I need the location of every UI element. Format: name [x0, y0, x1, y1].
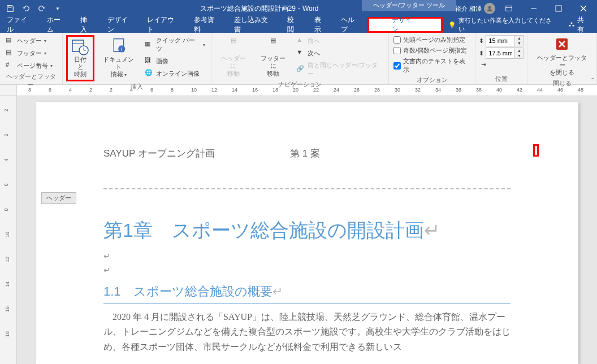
online-image-button[interactable]: 🌐オンライン画像: [142, 68, 207, 79]
ruler-tick: 10: [191, 87, 197, 93]
ruler-tick: 2: [3, 109, 9, 111]
close-hf-button[interactable]: ヘッダーとフッター を閉じる: [531, 35, 593, 78]
ribbon-group-header-footer: ▤ヘッダー ▤フッター #ページ番号 ヘッダーとフッター: [0, 33, 63, 84]
spin-down-icon[interactable]: ▼: [515, 53, 523, 58]
goto-header-label: ヘッダーに 移動: [218, 55, 249, 77]
footer-button[interactable]: ▤フッター: [3, 47, 55, 59]
ruler-tick: 12: [211, 87, 217, 93]
tab-references[interactable]: 参考資料: [187, 17, 227, 33]
ruler-tick: 20: [293, 87, 298, 93]
first-page-diff-checkbox[interactable]: 先頭ページのみ別指定: [392, 35, 471, 45]
tab-align-icon: ⇥: [481, 61, 490, 70]
footer-bottom-input[interactable]: ▲▼: [486, 47, 524, 59]
tab-review[interactable]: 校閲: [280, 17, 307, 33]
qat-customize-icon[interactable]: ▼: [52, 3, 63, 14]
svg-point-8: [570, 22, 572, 24]
ruler-tick: 6: [49, 87, 51, 93]
ruler-tick: 8: [28, 87, 31, 93]
header-button[interactable]: ▤ヘッダー: [3, 35, 55, 46]
image-button[interactable]: 🖼画像: [142, 55, 207, 67]
page: SAYUP オープニング計画 第 1 案 ヘッダー 第1章 スポーツ総合施設の開…: [36, 102, 578, 364]
image-label: 画像: [156, 57, 168, 66]
redo-icon[interactable]: [36, 3, 47, 14]
ruler-tick: 46: [557, 87, 563, 93]
prev-label: 前へ: [308, 37, 320, 45]
tab-design[interactable]: デザイン: [101, 17, 141, 33]
quickparts-button[interactable]: ▦クイック パーツ: [142, 35, 207, 54]
ribbon-group-options: 先頭ページのみ別指定 奇数/偶数ページ別指定 文書内のテキストを表示 オプション: [389, 33, 475, 84]
ruler-tick: 38: [476, 87, 482, 93]
tab-view[interactable]: 表示: [308, 17, 334, 33]
pagenum-button[interactable]: #ページ番号: [3, 60, 55, 71]
insert-align-tab-button[interactable]: ⇥: [479, 60, 524, 71]
document-canvas[interactable]: SAYUP オープニング計画 第 1 案 ヘッダー 第1章 スポーツ総合施設の開…: [17, 96, 597, 364]
ribbon-display-icon[interactable]: [498, 0, 520, 17]
tab-mailings[interactable]: 差し込み文書: [227, 17, 280, 33]
next-button[interactable]: ▼次へ: [294, 47, 385, 59]
maximize-icon[interactable]: [547, 0, 570, 17]
ruler-tick: 36: [456, 87, 461, 93]
header-top-icon: ⬍: [479, 37, 484, 45]
datetime-button[interactable]: 日付と 時刻: [66, 35, 95, 81]
collapse-ribbon-icon[interactable]: ⌃: [590, 77, 595, 83]
undo-icon[interactable]: [20, 3, 32, 14]
goto-header-button: ▤ ヘッダーに 移動: [215, 35, 252, 79]
ruler-tick: 8: [3, 208, 9, 211]
svg-rect-5: [556, 6, 561, 11]
share-button[interactable]: 共有: [561, 15, 597, 34]
svg-point-9: [569, 24, 570, 26]
docinfo-button[interactable]: i ドキュメント 情報: [97, 35, 140, 81]
header-top-input[interactable]: ▲▼: [486, 35, 524, 46]
odd-even-checkbox[interactable]: 奇数/偶数ページ別指定: [392, 46, 471, 55]
minimize-icon[interactable]: [522, 0, 545, 17]
quickparts-label: クイック パーツ: [156, 36, 201, 53]
pagenum-icon: #: [6, 61, 15, 70]
goto-footer-button[interactable]: ▤ フッターに 移動: [254, 35, 292, 79]
ruler-tick: 8: [171, 87, 174, 93]
online-image-label: オンライン画像: [156, 70, 200, 78]
ruler-tick: 34: [435, 87, 441, 93]
ruler-tick: 40: [496, 87, 502, 93]
tab-file[interactable]: ファイル: [0, 17, 40, 33]
ruler-tick: 2: [110, 87, 113, 93]
spin-down-icon[interactable]: ▼: [515, 41, 523, 46]
close-icon[interactable]: [572, 0, 595, 17]
ruler-tick: 12: [5, 257, 10, 262]
ruler-vertical[interactable]: 224681012141618: [0, 96, 17, 364]
contextual-tools-label: ヘッダー/フッター ツール: [362, 0, 456, 11]
quickparts-icon: ▦: [145, 40, 154, 49]
tab-home[interactable]: ホーム: [40, 17, 73, 33]
ruler-tick: 42: [517, 87, 522, 93]
ruler-tick: 30: [395, 87, 400, 93]
footer-label: フッター: [17, 49, 42, 58]
ribbon-group-navigation: ▤ ヘッダーに 移動 ▤ フッターに 移動 ▲前へ ▼次へ 🔗前と同じヘッダー/…: [211, 33, 389, 84]
ruler-horizontal[interactable]: 8642246810121416182022242628303234363840…: [0, 85, 597, 96]
tab-help[interactable]: ヘルプ: [334, 17, 367, 33]
header-boundary: [103, 188, 511, 189]
spin-up-icon[interactable]: ▲: [515, 36, 523, 41]
ruler-tick: 14: [232, 87, 237, 93]
tab-insert[interactable]: 挿入: [73, 17, 100, 33]
save-icon[interactable]: [5, 3, 16, 14]
first-page-diff-label: 先頭ページのみ別指定: [403, 36, 465, 44]
ruler-tick: 32: [415, 87, 421, 93]
ruler-tick: 44: [537, 87, 543, 93]
ruler-tick: 6: [150, 87, 153, 93]
tab-layout[interactable]: レイアウト: [140, 17, 187, 33]
show-text-checkbox[interactable]: 文書内のテキストを表示: [392, 57, 471, 75]
document-area: 224681012141618 SAYUP オープニング計画 第 1 案 ヘッダ…: [0, 96, 597, 364]
ruler-tick: 14: [5, 281, 10, 287]
tab-hf-design[interactable]: デザイン: [367, 17, 443, 33]
svg-rect-2: [506, 6, 512, 11]
user-avatar-icon[interactable]: [484, 3, 495, 14]
spin-up-icon[interactable]: ▲: [515, 48, 523, 53]
menubar: ファイル ホーム 挿入 デザイン レイアウト 参考資料 差し込み文書 校閲 表示…: [0, 17, 597, 33]
ruler-tick: 10: [5, 232, 10, 237]
app-name: Word: [302, 5, 318, 12]
ruler-tick: 22: [313, 87, 319, 93]
doc-title: スポーツ総合施設の開設計画29: [200, 4, 296, 14]
online-image-icon: 🌐: [145, 69, 154, 78]
header-zone[interactable]: SAYUP オープニング計画 第 1 案 ヘッダー: [36, 102, 578, 201]
odd-even-label: 奇数/偶数ページ別指定: [403, 46, 467, 55]
tell-me-search[interactable]: 💡 実行したい作業を入力してください: [443, 16, 561, 33]
